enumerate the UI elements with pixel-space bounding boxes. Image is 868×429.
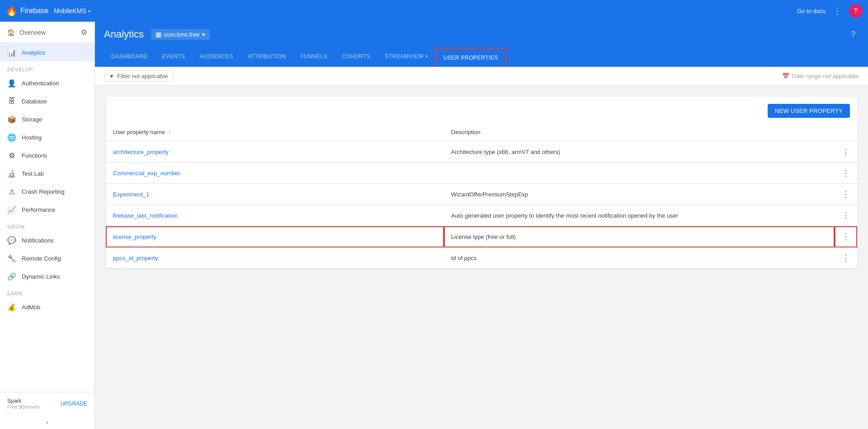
sidebar-item-analytics[interactable]: 📊 Analytics [0, 43, 94, 61]
hosting-icon: 🌐 [7, 133, 16, 142]
tab-streamview[interactable]: STREAMVIEW ▾ [377, 47, 435, 67]
sidebar-item-storage[interactable]: 📦 Storage [0, 110, 94, 128]
sidebar-item-crash-reporting[interactable]: ⚠ Crash Reporting [0, 182, 94, 201]
help-icon[interactable]: ? [847, 30, 859, 39]
property-description-cell [444, 163, 835, 184]
sidebar-item-hosting[interactable]: 🌐 Hosting [0, 128, 94, 146]
tab-user-properties[interactable]: USER PROPERTIES [435, 48, 506, 67]
row-more-icon[interactable]: ⋮ [842, 253, 850, 262]
overview-label: Overview [19, 29, 46, 36]
sidebar-item-performance[interactable]: 📈 Performance [0, 201, 94, 219]
plan-info: Spark Free $0/month [7, 398, 40, 410]
property-description-cell: Architecture type (x86, armV7 and others… [444, 141, 835, 163]
sort-icon[interactable]: ↑ [169, 130, 171, 135]
top-navigation: 🔥 Firebase MobileKMS ▾ Go to docs ⋮ T [0, 0, 868, 22]
property-description-cell: Id of ppcs [444, 247, 835, 269]
property-name-link[interactable]: architecture_property [113, 149, 169, 155]
notifications-icon: 💬 [7, 236, 16, 245]
plan-price: Free $0/month [7, 404, 40, 410]
tab-cohorts[interactable]: COHORTS [335, 47, 377, 67]
tab-dashboard-label: DASHBOARD [111, 53, 148, 60]
test-lab-icon: 🔬 [7, 169, 16, 178]
table-header: User property name ↑ Description [106, 123, 857, 141]
row-more-icon[interactable]: ⋮ [842, 211, 850, 220]
sidebar-item-database[interactable]: 🗄 Database [0, 92, 94, 110]
tab-audiences[interactable]: AUDIENCES [193, 47, 241, 67]
row-more-icon[interactable]: ⋮ [842, 168, 850, 177]
analytics-label: Analytics [22, 49, 45, 56]
tab-dashboard[interactable]: DASHBOARD [104, 47, 155, 67]
grow-section-label: GROW [0, 219, 94, 231]
row-more-icon[interactable]: ⋮ [842, 232, 850, 241]
property-actions-cell: ⋮ [835, 141, 857, 163]
firebase-flame-icon: 🔥 [5, 5, 18, 17]
home-icon: 🏠 [7, 29, 15, 36]
plan-name: Spark [7, 398, 40, 404]
sidebar-item-notifications[interactable]: 💬 Notifications [0, 231, 94, 249]
sidebar-overview-item[interactable]: 🏠 Overview [7, 29, 46, 36]
row-more-icon[interactable]: ⋮ [842, 190, 850, 199]
functions-icon: ⚙ [7, 151, 16, 160]
project-selector[interactable]: MobileKMS ▾ [54, 7, 90, 14]
property-actions-cell: ⋮ [835, 184, 857, 205]
upgrade-button[interactable]: UPGRADE [61, 401, 87, 407]
sidebar-collapse-button[interactable]: ‹ [0, 415, 94, 429]
sidebar-footer: Spark Free $0/month UPGRADE [0, 392, 94, 415]
property-actions-cell: ⋮ [835, 247, 857, 269]
firebase-logo[interactable]: 🔥 Firebase [5, 5, 48, 17]
column-description-label: Description [451, 129, 481, 135]
property-name-link[interactable]: license_property [113, 233, 156, 240]
performance-label: Performance [22, 206, 55, 213]
user-avatar[interactable]: T [849, 4, 863, 18]
tab-funnels[interactable]: FUNNELS [293, 47, 335, 67]
app-selector[interactable]: ▦ com.kms.free ▾ [151, 29, 210, 40]
column-header-name: User property name ↑ [106, 123, 444, 141]
property-name-link[interactable]: firebase_last_notification [113, 212, 178, 219]
property-name-cell: Commercial_exp_number [106, 163, 444, 184]
user-properties-table: User property name ↑ Description [106, 123, 857, 268]
dynamic-links-icon: 🔗 [7, 272, 16, 281]
sidebar-item-remote-config[interactable]: 🔧 Remote Config [0, 249, 94, 267]
earn-section-label: EARN [0, 285, 94, 298]
settings-icon[interactable]: ⚙ [81, 28, 87, 37]
table-row: Commercial_exp_number ⋮ [106, 163, 857, 184]
tab-funnels-label: FUNNELS [301, 53, 328, 60]
storage-icon: 📦 [7, 115, 16, 124]
sidebar-item-authentication[interactable]: 👤 Authentication [0, 74, 94, 92]
tab-attribution-label: ATTRIBUTION [248, 53, 286, 60]
go-to-docs-link[interactable]: Go to docs [797, 8, 826, 14]
admob-icon: 💰 [7, 303, 16, 312]
filter-button[interactable]: ▼ Filter not applicable [104, 70, 173, 82]
tab-attribution[interactable]: ATTRIBUTION [241, 47, 293, 67]
property-name-link[interactable]: Experiment_1 [113, 191, 149, 198]
streamview-dropdown-icon: ▾ [425, 54, 428, 59]
analytics-icon: 📊 [7, 48, 16, 57]
tab-events[interactable]: EVENTS [155, 47, 193, 67]
storage-label: Storage [22, 116, 42, 123]
table-header-row: User property name ↑ Description [106, 123, 857, 141]
more-options-icon[interactable]: ⋮ [833, 6, 842, 15]
sidebar-item-admob[interactable]: 💰 AdMob [0, 298, 94, 316]
property-description-cell: License type (free or full) [444, 226, 835, 247]
crash-reporting-label: Crash Reporting [22, 188, 65, 195]
app-selector-icon: ▦ [156, 31, 161, 38]
database-label: Database [22, 98, 47, 105]
new-user-property-button[interactable]: NEW USER PROPERTY [768, 104, 850, 118]
admob-label: AdMob [22, 304, 40, 311]
sidebar-item-dynamic-links[interactable]: 🔗 Dynamic Links [0, 267, 94, 285]
column-name-label: User property name [113, 129, 165, 135]
property-actions-cell: ⋮ [835, 163, 857, 184]
dynamic-links-label: Dynamic Links [22, 273, 60, 280]
property-name-link[interactable]: ppcs_id_property [113, 255, 158, 261]
row-more-icon[interactable]: ⋮ [842, 147, 850, 156]
sidebar-item-test-lab[interactable]: 🔬 Test Lab [0, 164, 94, 182]
property-name-cell: Experiment_1 [106, 184, 444, 205]
sidebar-footer-plan-row: Spark Free $0/month UPGRADE [7, 398, 87, 410]
crash-reporting-icon: ⚠ [7, 187, 16, 196]
property-name-link[interactable]: Commercial_exp_number [113, 170, 180, 177]
remote-config-label: Remote Config [22, 255, 61, 262]
sidebar-item-functions[interactable]: ⚙ Functions [0, 146, 94, 164]
firebase-brand-name: Firebase [20, 7, 48, 15]
tab-user-properties-label: USER PROPERTIES [443, 55, 498, 61]
property-name-cell: license_property [106, 226, 444, 247]
